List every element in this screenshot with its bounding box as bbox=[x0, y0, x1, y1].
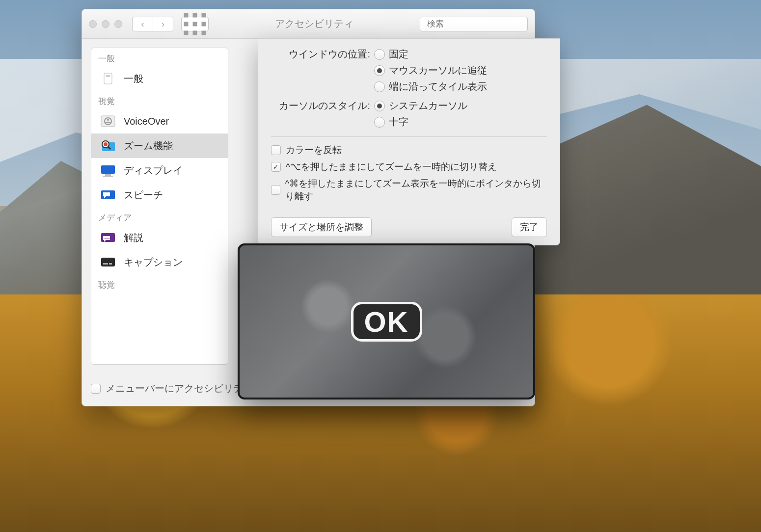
svg-point-15 bbox=[107, 119, 109, 121]
svg-rect-7 bbox=[193, 30, 197, 35]
svg-rect-6 bbox=[184, 30, 189, 35]
adjust-size-button[interactable]: サイズと場所を調整 bbox=[271, 217, 372, 237]
svg-rect-22 bbox=[103, 176, 113, 177]
minimize-icon[interactable] bbox=[102, 20, 109, 28]
radio-label: システムカーソル bbox=[389, 99, 467, 112]
svg-rect-2 bbox=[202, 13, 206, 17]
speech-icon bbox=[98, 186, 118, 203]
divider bbox=[271, 136, 547, 137]
svg-rect-21 bbox=[105, 174, 111, 176]
zoom-options-sheet: ウインドウの位置: 固定 マウスカーソルに追従 端に沿ってタイル表示 カーソルの… bbox=[258, 38, 560, 245]
sidebar-item-label: ディスプレイ bbox=[124, 164, 183, 177]
svg-rect-0 bbox=[184, 13, 189, 17]
svg-rect-20 bbox=[101, 165, 115, 174]
svg-rect-12 bbox=[106, 75, 110, 77]
voiceover-icon bbox=[98, 113, 118, 130]
radio-cursor-system[interactable] bbox=[374, 101, 385, 111]
sidebar-item-label: 一般 bbox=[124, 72, 143, 85]
svg-rect-5 bbox=[202, 22, 206, 26]
sidebar-item-general[interactable]: 一般 bbox=[91, 66, 228, 91]
captions-icon bbox=[98, 254, 118, 270]
svg-rect-3 bbox=[184, 22, 189, 26]
close-icon[interactable] bbox=[89, 20, 97, 28]
nav-back-forward: ‹ › bbox=[132, 17, 173, 31]
svg-rect-30 bbox=[109, 263, 112, 265]
sidebar-category: 視覚 bbox=[91, 91, 228, 109]
svg-point-26 bbox=[107, 238, 108, 239]
done-button[interactable]: 完了 bbox=[512, 217, 547, 237]
sidebar-item-label: 解説 bbox=[124, 231, 143, 244]
sidebar-item-captions[interactable]: キャプション bbox=[91, 250, 228, 274]
sidebar-category: メディア bbox=[91, 207, 228, 225]
sidebar-item-descriptions[interactable]: 解説 bbox=[91, 225, 228, 250]
checkbox-toggle-zoom[interactable]: ✓ bbox=[271, 162, 281, 172]
sidebar-item-zoom[interactable]: ズーム機能 bbox=[91, 133, 228, 158]
svg-point-25 bbox=[105, 238, 106, 239]
sidebar-item-display[interactable]: ディスプレイ bbox=[91, 158, 228, 183]
checkbox-label: ^⌥を押したままにしてズームを一時的に切り替え bbox=[286, 160, 497, 173]
search-field[interactable] bbox=[420, 17, 528, 31]
menubar-checkbox[interactable] bbox=[91, 384, 101, 394]
radio-window-follow-cursor[interactable] bbox=[374, 65, 385, 76]
sidebar-item-label: スピーチ bbox=[124, 188, 163, 202]
radio-cursor-cross[interactable] bbox=[374, 117, 385, 128]
svg-point-18 bbox=[104, 142, 108, 146]
window-position-label: ウインドウの位置: bbox=[271, 48, 374, 96]
search-input[interactable] bbox=[427, 19, 531, 29]
radio-window-tile-edge[interactable] bbox=[374, 81, 385, 92]
zoom-icon bbox=[98, 137, 118, 154]
svg-point-27 bbox=[109, 238, 109, 239]
descriptions-icon bbox=[98, 229, 118, 246]
window-controls bbox=[89, 20, 122, 28]
general-icon bbox=[98, 70, 118, 87]
radio-label: 十字 bbox=[389, 115, 408, 129]
ok-badge: OK bbox=[351, 302, 422, 342]
show-all-button[interactable] bbox=[181, 17, 209, 31]
svg-rect-28 bbox=[101, 258, 115, 266]
checkbox-label: カラーを反転 bbox=[286, 144, 342, 157]
svg-rect-29 bbox=[103, 263, 108, 265]
checkbox-invert-colors[interactable] bbox=[271, 145, 281, 155]
svg-rect-4 bbox=[193, 22, 197, 26]
grid-icon bbox=[182, 11, 208, 37]
checkbox-label: ^⌘を押したままにしてズーム表示を一時的にポインタから切り離す bbox=[285, 177, 547, 203]
titlebar: ‹ › アクセシビリティ bbox=[82, 9, 535, 39]
sidebar-item-speech[interactable]: スピーチ bbox=[91, 183, 228, 207]
cursor-style-label: カーソルのスタイル: bbox=[271, 99, 374, 132]
checkbox-detach-pointer[interactable] bbox=[271, 185, 280, 195]
radio-label: 固定 bbox=[389, 48, 408, 61]
sidebar-category: 一般 bbox=[91, 48, 228, 66]
radio-label: マウスカーソルに追従 bbox=[389, 64, 487, 77]
sidebar-item-voiceover[interactable]: VoiceOver bbox=[91, 109, 228, 133]
window-title: アクセシビリティ bbox=[214, 17, 415, 30]
svg-rect-11 bbox=[104, 73, 112, 84]
radio-label: 端に沿ってタイル表示 bbox=[389, 80, 487, 93]
sidebar-item-label: キャプション bbox=[124, 256, 183, 269]
sidebar: 一般 一般 視覚 VoiceOver ズーム機能 ディスプレイ スピーチ bbox=[91, 48, 228, 365]
zoom-preview-window[interactable]: OK bbox=[238, 243, 535, 399]
radio-window-fixed[interactable] bbox=[374, 49, 385, 60]
display-icon bbox=[98, 162, 118, 179]
back-button[interactable]: ‹ bbox=[132, 17, 153, 31]
sidebar-item-label: VoiceOver bbox=[124, 116, 169, 127]
sidebar-item-label: ズーム機能 bbox=[124, 139, 173, 153]
sidebar-category: 聴覚 bbox=[91, 274, 228, 293]
zoom-window-icon[interactable] bbox=[114, 20, 122, 28]
svg-rect-8 bbox=[202, 30, 206, 35]
forward-button[interactable]: › bbox=[153, 17, 173, 31]
svg-rect-1 bbox=[193, 13, 197, 17]
